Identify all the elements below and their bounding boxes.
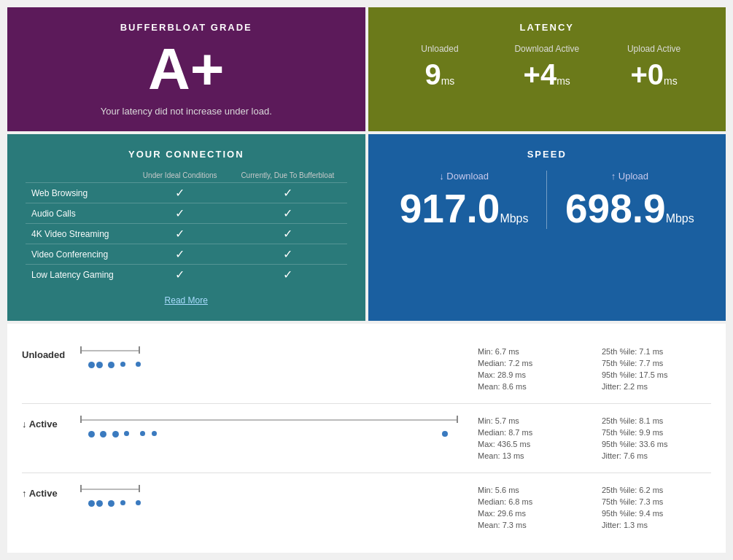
chart-dot-far (442, 431, 448, 437)
chart-label: Unloaded (22, 346, 80, 360)
latency-download-label: Download Active (497, 44, 597, 54)
latency-unloaded: Unloaded 9ms (390, 44, 490, 89)
stat-item: Min: 5.6 ms (478, 484, 587, 496)
speed-download-label: ↓ Download (390, 171, 538, 182)
latency-upload: Upload Active +0ms (604, 44, 704, 89)
stat-item: 95th %ile: 33.6 ms (602, 438, 711, 450)
stat-item: 75th %ile: 7.3 ms (602, 496, 711, 508)
stat-item: Mean: 13 ms (478, 450, 587, 462)
speed-divider (546, 171, 547, 229)
latency-upload-label: Upload Active (604, 44, 704, 54)
connection-table: Under Ideal Conditions Currently, Due To… (26, 168, 347, 284)
latency-title: LATENCY (390, 22, 705, 33)
chart-track (80, 349, 140, 352)
speed-download-value: 917.0Mbps (390, 189, 538, 229)
chart-dot (88, 500, 95, 507)
chart-dot (140, 431, 145, 436)
stat-item: Jitter: 1.3 ms (602, 519, 711, 531)
latency-columns: Unloaded 9ms Download Active +4ms Upload… (390, 44, 705, 89)
chart-dot (120, 362, 125, 367)
bufferbloat-card: BUFFERBLOAT GRADE A+ Your latency did no… (7, 7, 365, 131)
chart-label: ↑ Active (22, 484, 80, 499)
speed-card: SPEED ↓ Download 917.0Mbps ↑ Upload 698.… (368, 134, 726, 321)
stat-item: 25th %ile: 7.1 ms (602, 346, 711, 357)
chart-dot (88, 431, 95, 438)
chart-dot (88, 362, 95, 368)
chart-area (80, 346, 478, 389)
stat-item: 95th %ile: 9.4 ms (602, 508, 711, 519)
connection-row-label: 4K Video Streaming (26, 224, 131, 244)
chart-dot (108, 362, 115, 368)
speed-upload-col: ↑ Upload 698.9Mbps (556, 171, 704, 229)
chart-dot (96, 362, 103, 368)
connection-row-label: Web Browsing (26, 183, 131, 203)
chart-label: ↓ Active (22, 415, 80, 429)
chart-area (80, 415, 478, 459)
stat-item: Min: 6.7 ms (478, 346, 587, 357)
chart-stats: Min: 6.7 msMedian: 7.2 msMax: 28.9 msMea… (478, 346, 711, 392)
latency-card: LATENCY Unloaded 9ms Download Active +4m… (368, 7, 726, 131)
connection-check-ideal: ✓ (131, 224, 228, 244)
chart-dot (108, 500, 115, 507)
chart-dot (100, 431, 106, 438)
connection-row-label: Video Conferencing (26, 244, 131, 265)
connection-card: YOUR CONNECTION Under Ideal Conditions C… (7, 134, 365, 321)
connection-check-ideal: ✓ (131, 244, 228, 265)
chart-dot (120, 500, 125, 505)
connection-row-label: Low Latency Gaming (26, 265, 131, 285)
read-more-container: Read More (26, 293, 347, 306)
chart-dot (136, 500, 141, 505)
chart-stats-left: Min: 6.7 msMedian: 7.2 msMax: 28.9 msMea… (478, 346, 587, 392)
connection-row: Web Browsing ✓ ✓ (26, 183, 347, 203)
chart-stats-left: Min: 5.6 msMedian: 6.8 msMax: 29.6 msMea… (478, 484, 587, 531)
stat-item: Max: 436.5 ms (478, 438, 587, 450)
latency-download: Download Active +4ms (497, 44, 597, 89)
stat-item: Max: 29.6 ms (478, 508, 587, 519)
connection-row: Low Latency Gaming ✓ ✓ (26, 265, 347, 285)
chart-track (80, 488, 140, 491)
connection-check-current: ✓ (228, 244, 346, 265)
chart-stats: Min: 5.6 msMedian: 6.8 msMax: 29.6 msMea… (478, 484, 711, 531)
connection-col-empty (26, 168, 131, 183)
stat-item: Jitter: 7.6 ms (602, 450, 711, 462)
stat-item: 25th %ile: 6.2 ms (602, 484, 711, 496)
bufferbloat-title: BUFFERBLOAT GRADE (29, 22, 344, 33)
connection-check-ideal: ✓ (131, 203, 228, 224)
connection-check-current: ✓ (228, 265, 346, 285)
stat-item: 95th %ile: 17.5 ms (602, 369, 711, 381)
stat-item: Jitter: 2.2 ms (602, 381, 711, 392)
stat-item: Median: 7.2 ms (478, 357, 587, 369)
chart-row: ↓ ActiveMin: 5.7 msMedian: 8.7 msMax: 43… (22, 404, 711, 473)
speed-upload-label: ↑ Upload (556, 171, 704, 182)
read-more-link[interactable]: Read More (165, 295, 208, 306)
chart-stats: Min: 5.7 msMedian: 8.7 msMax: 436.5 msMe… (478, 415, 711, 462)
connection-row-label: Audio Calls (26, 203, 131, 224)
bufferbloat-subtitle: Your latency did not increase under load… (29, 106, 344, 117)
connection-check-current: ✓ (228, 224, 346, 244)
bufferbloat-grade: A+ (29, 40, 344, 98)
chart-dots-row (80, 431, 478, 441)
connection-title: YOUR CONNECTION (26, 149, 347, 160)
chart-stats-right: 25th %ile: 8.1 ms75th %ile: 9.9 ms95th %… (602, 415, 711, 462)
chart-row: ↑ ActiveMin: 5.6 msMedian: 6.8 msMax: 29… (22, 473, 711, 542)
latency-upload-value: +0ms (604, 60, 704, 89)
connection-check-ideal: ✓ (131, 183, 228, 203)
chart-area (80, 484, 478, 528)
connection-check-current: ✓ (228, 203, 346, 224)
chart-dot (124, 431, 129, 436)
chart-dot (112, 431, 119, 438)
chart-row: UnloadedMin: 6.7 msMedian: 7.2 msMax: 28… (22, 335, 711, 404)
chart-stats-right: 25th %ile: 6.2 ms75th %ile: 7.3 ms95th %… (602, 484, 711, 531)
chart-dots-row (80, 362, 478, 372)
speed-columns: ↓ Download 917.0Mbps ↑ Upload 698.9Mbps (390, 171, 705, 229)
connection-row: 4K Video Streaming ✓ ✓ (26, 224, 347, 244)
connection-row: Video Conferencing ✓ ✓ (26, 244, 347, 265)
chart-stats-left: Min: 5.7 msMedian: 8.7 msMax: 436.5 msMe… (478, 415, 587, 462)
stat-item: Mean: 7.3 ms (478, 519, 587, 531)
stat-item: Median: 8.7 ms (478, 427, 587, 438)
connection-row: Audio Calls ✓ ✓ (26, 203, 347, 224)
chart-dot (136, 362, 141, 367)
connection-col1-header: Under Ideal Conditions (131, 168, 228, 183)
charts-section: UnloadedMin: 6.7 msMedian: 7.2 msMax: 28… (7, 324, 726, 553)
connection-check-ideal: ✓ (131, 265, 228, 285)
